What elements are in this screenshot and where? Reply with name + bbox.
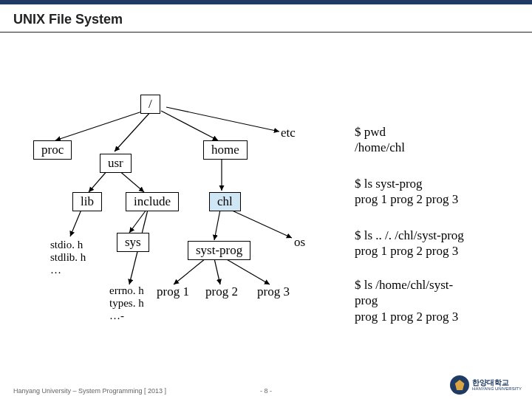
footer-text: Hanyang University – System Programming … xyxy=(13,387,166,395)
cmd-ls-relative: $ ls syst-prog prog 1 prog 2 prog 3 xyxy=(355,176,502,208)
svg-line-10 xyxy=(214,210,220,240)
university-logo: 한양대학교 HANYANG UNIVERSITY xyxy=(450,375,522,395)
node-prog2: prog 2 xyxy=(205,284,238,299)
svg-line-7 xyxy=(70,210,81,236)
title-underline xyxy=(0,32,532,33)
svg-line-14 xyxy=(225,259,270,284)
lion-icon xyxy=(454,380,465,390)
node-root: / xyxy=(140,95,160,114)
node-home: home xyxy=(203,140,248,160)
svg-line-2 xyxy=(161,111,218,140)
node-prog3: prog 3 xyxy=(257,284,290,299)
node-stdio-list: stdio. h stdlib. h … xyxy=(50,239,86,276)
page-number: - 8 - xyxy=(260,387,272,395)
logo-text: 한양대학교 xyxy=(472,379,522,386)
logo-subtext: HANYANG UNIVERSITY xyxy=(472,386,522,391)
cmd-pwd: $ pwd /home/chl xyxy=(355,124,502,156)
node-usr: usr xyxy=(100,154,132,173)
svg-line-5 xyxy=(118,170,144,192)
cmd-ls-dotdot: $ ls .. /. /chl/syst-prog prog 1 prog 2 … xyxy=(355,228,502,259)
svg-line-8 xyxy=(129,210,146,233)
node-os: os xyxy=(294,235,305,250)
svg-line-11 xyxy=(231,210,292,238)
svg-line-3 xyxy=(166,107,279,132)
slide-title: UNIX File System xyxy=(0,4,532,32)
node-chl: chl xyxy=(209,192,241,211)
svg-line-4 xyxy=(89,170,108,192)
node-etc: etc xyxy=(281,126,296,140)
logo-badge-icon xyxy=(450,375,469,395)
node-sys: sys xyxy=(117,233,149,252)
node-syst-prog: syst-prog xyxy=(188,241,250,260)
node-proc: proc xyxy=(33,140,72,160)
cmd-ls-absolute: $ ls /home/chl/syst- prog prog 1 prog 2 … xyxy=(355,277,502,324)
node-prog1: prog 1 xyxy=(157,284,189,299)
svg-line-0 xyxy=(55,111,144,140)
node-errno-list: errno. h types. h …- xyxy=(109,284,144,322)
svg-line-13 xyxy=(214,259,220,284)
svg-line-1 xyxy=(115,111,151,151)
node-lib: lib xyxy=(72,192,102,211)
svg-line-12 xyxy=(174,259,205,284)
diagram-canvas: / proc usr home etc lib include chl stdi… xyxy=(0,37,532,377)
node-include: include xyxy=(126,192,179,211)
